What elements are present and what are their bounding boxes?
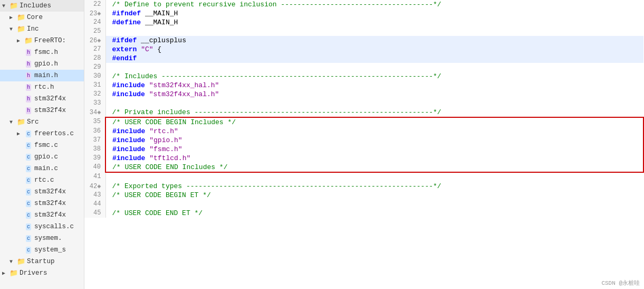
tree-item-freertos_c[interactable]: ▶cfreertos.c xyxy=(0,128,84,139)
line-num-29: 29 xyxy=(84,63,105,72)
line-num-24: 24 xyxy=(84,18,105,27)
tree-item-stm32f4x_2[interactable]: hstm32f4x xyxy=(0,105,84,116)
tree-item-sysmem[interactable]: csysmem. xyxy=(0,232,84,244)
code-content-29 xyxy=(105,63,643,72)
line-num-28: 28 xyxy=(84,54,105,63)
file-icon-stm32f4x_5: c xyxy=(24,211,33,219)
line-num-22: 22 xyxy=(84,0,105,9)
code-content-42: /* Exported types ----------------------… xyxy=(105,182,643,191)
code-content-24: #define __MAIN_H xyxy=(105,18,643,27)
tree-label-stm32f4x_3: stm32f4x xyxy=(34,188,66,195)
code-line-38: 38#include "fsmc.h" xyxy=(84,145,643,154)
line-num-32: 32 xyxy=(84,90,105,99)
folder-icon-core: 📁 xyxy=(17,13,25,22)
code-line-37: 37#include "gpio.h" xyxy=(84,136,643,145)
tree-item-src[interactable]: ▼📁Src xyxy=(0,116,84,128)
code-line-32: 32#include "stm32f4xx_hal.h" xyxy=(84,90,643,99)
file-icon-stm32f4x_3: c xyxy=(24,188,33,196)
file-icon-rtc_h: h xyxy=(24,83,33,91)
code-scroll-area[interactable]: 22/* Define to prevent recursive inclusi… xyxy=(84,0,644,289)
tree-label-src: Src xyxy=(27,118,39,126)
file-icon-freertos_c: c xyxy=(24,129,33,138)
tree-item-system_s[interactable]: csystem_s xyxy=(0,244,84,256)
line-num-23: 23◈ xyxy=(84,9,105,18)
line-num-44: 44 xyxy=(84,200,105,209)
file-icon-main_h: h xyxy=(24,71,33,80)
code-content-23: #ifndef __MAIN_H xyxy=(105,9,643,18)
tree-item-main_c[interactable]: cmain.c xyxy=(0,163,84,174)
tree-label-main_h: main.h xyxy=(34,72,58,79)
tree-arrow-freertos_c: ▶ xyxy=(17,130,24,137)
tree-item-gpio_c[interactable]: cgpio.c xyxy=(0,151,84,163)
tree-item-core[interactable]: ▶📁Core xyxy=(0,12,84,23)
tree-item-stm32f4x_4[interactable]: cstm32f4x xyxy=(0,198,84,209)
code-line-29: 29 xyxy=(84,63,643,72)
code-line-34: 34◈/* Private includes -----------------… xyxy=(84,108,643,117)
code-content-30: /* Includes ----------------------------… xyxy=(105,72,643,81)
tree-item-stm32f4x_1[interactable]: hstm32f4x xyxy=(0,93,84,105)
tree-item-includes[interactable]: ▼📁Includes xyxy=(0,0,84,12)
file-tree: ▼📁Includes▶📁Core▼📁Inc▶📁FreeRTO:hfsmc.hhg… xyxy=(0,0,84,289)
code-line-24: 24#define __MAIN_H xyxy=(84,18,643,27)
line-num-33: 33 xyxy=(84,99,105,108)
tree-label-drivers: Drivers xyxy=(20,269,47,277)
line-num-30: 30 xyxy=(84,72,105,81)
tree-label-syscalls_c: syscalls.c xyxy=(34,223,74,230)
code-content-26: #ifdef __cplusplus xyxy=(105,36,643,45)
file-icon-gpio_h: h xyxy=(24,60,33,68)
tree-item-syscalls_c[interactable]: csyscalls.c xyxy=(0,221,84,232)
code-content-22: /* Define to prevent recursive inclusion… xyxy=(105,0,643,9)
code-content-44 xyxy=(105,200,643,209)
code-line-33: 33 xyxy=(84,99,643,108)
code-editor: 22/* Define to prevent recursive inclusi… xyxy=(84,0,644,289)
code-content-38: #include "fsmc.h" xyxy=(105,145,643,154)
code-line-40: 40/* USER CODE END Includes */ xyxy=(84,163,643,172)
tree-label-startup: Startup xyxy=(27,258,55,265)
folder-icon-src: 📁 xyxy=(17,118,25,126)
tree-label-sysmem: sysmem. xyxy=(34,235,62,242)
tree-item-gpio_h[interactable]: hgpio.h xyxy=(0,58,84,70)
tree-item-main_h[interactable]: hmain.h xyxy=(0,70,84,81)
tree-arrow-freertos: ▶ xyxy=(17,38,24,44)
tree-item-drivers[interactable]: ▶📁Drivers xyxy=(0,267,84,279)
tree-item-inc[interactable]: ▼📁Inc xyxy=(0,23,84,35)
tree-item-rtc_c[interactable]: crtc.c xyxy=(0,174,84,186)
file-icon-stm32f4x_1: h xyxy=(24,95,33,103)
tree-item-rtc_h[interactable]: hrtc.h xyxy=(0,81,84,93)
folder-icon-freertos: 📁 xyxy=(24,36,33,45)
code-content-37: #include "gpio.h" xyxy=(105,136,643,145)
code-line-25: 25 xyxy=(84,27,643,36)
folder-icon-inc: 📁 xyxy=(17,25,25,33)
code-line-35: 35/* USER CODE BEGIN Includes */ xyxy=(84,117,643,127)
code-content-39: #include "tftlcd.h" xyxy=(105,154,643,163)
code-content-36: #include "rtc.h" xyxy=(105,127,643,136)
file-icon-gpio_c: c xyxy=(24,153,33,161)
code-content-25 xyxy=(105,27,643,36)
tree-item-fsmc_h[interactable]: hfsmc.h xyxy=(0,46,84,58)
line-num-43: 43 xyxy=(84,191,105,200)
code-line-30: 30/* Includes --------------------------… xyxy=(84,72,643,81)
tree-arrow-drivers: ▶ xyxy=(2,270,9,276)
tree-label-gpio_c: gpio.c xyxy=(34,153,58,161)
tree-label-stm32f4x_2: stm32f4x xyxy=(34,107,66,114)
code-table: 22/* Define to prevent recursive inclusi… xyxy=(84,0,644,218)
code-content-41 xyxy=(105,172,643,182)
tree-item-stm32f4x_3[interactable]: cstm32f4x xyxy=(0,186,84,198)
code-content-43: /* USER CODE BEGIN ET */ xyxy=(105,191,643,200)
code-content-34: /* Private includes --------------------… xyxy=(105,108,643,117)
folder-icon-startup: 📁 xyxy=(17,257,25,266)
tree-label-fsmc_h: fsmc.h xyxy=(34,49,58,56)
line-num-38: 38 xyxy=(84,145,105,154)
file-icon-stm32f4x_4: c xyxy=(24,199,33,208)
tree-label-gpio_h: gpio.h xyxy=(34,60,58,68)
line-num-27: 27 xyxy=(84,45,105,54)
file-icon-fsmc_c: c xyxy=(24,141,33,150)
tree-item-stm32f4x_5[interactable]: cstm32f4x xyxy=(0,209,84,221)
code-content-31: #include "stm32f4xx_hal.h" xyxy=(105,81,643,90)
tree-item-startup[interactable]: ▼📁Startup xyxy=(0,256,84,267)
tree-item-freertos[interactable]: ▶📁FreeRTO: xyxy=(0,35,84,46)
tree-label-system_s: system_s xyxy=(34,246,66,254)
tree-label-rtc_h: rtc.h xyxy=(34,83,54,91)
tree-item-fsmc_c[interactable]: cfsmc.c xyxy=(0,139,84,151)
line-num-31: 31 xyxy=(84,81,105,90)
